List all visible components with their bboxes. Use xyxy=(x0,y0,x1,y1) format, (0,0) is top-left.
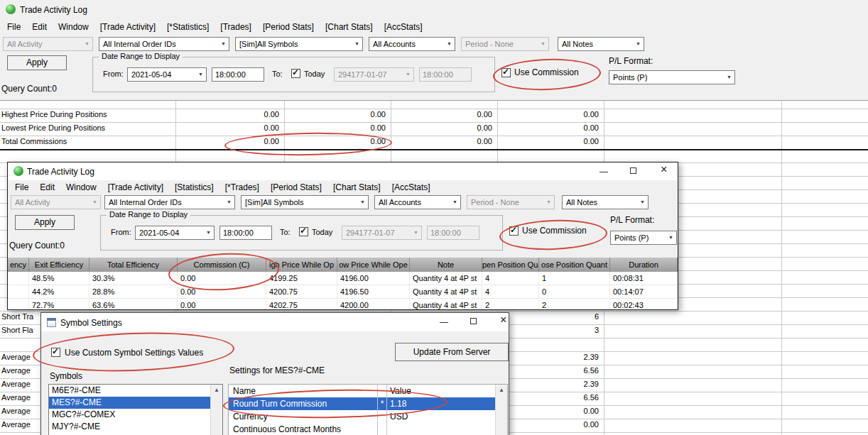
cell: 00:02:43 xyxy=(610,299,678,310)
table-row[interactable]: 72.7% 63.6% 0.00 4202.75 4200.00 Quantit… xyxy=(8,299,678,310)
period-filter-combo[interactable]: Period - None xyxy=(461,37,549,51)
notes-filter-combo[interactable]: All Notes xyxy=(558,37,644,51)
close-button[interactable] xyxy=(496,315,509,329)
cell: 4 xyxy=(482,285,539,299)
table-row[interactable]: 44.2% 28.8% 0.00 4200.75 4196.50 Quantit… xyxy=(8,285,678,299)
to-time-field[interactable]: 18:00:00 xyxy=(419,67,472,82)
stats-row-label: Average xyxy=(1,364,31,378)
symbol-list-item[interactable]: MGC?#-COMEX xyxy=(49,409,211,421)
pl-format-combo[interactable]: Points (P) xyxy=(610,231,677,245)
table-row[interactable]: 48.5% 30.3% 0.00 4199.25 4196.00 Quantit… xyxy=(8,272,678,285)
today-checkbox[interactable] xyxy=(291,69,300,78)
activity-filter-combo[interactable]: All Activity xyxy=(3,37,93,51)
stats-row[interactable]: Highest Price During Positions 0.00 0.00… xyxy=(0,108,868,121)
date-range-group-label: Date Range to Display xyxy=(107,210,190,219)
stats-value: 6.56 xyxy=(503,364,602,378)
to-date-combo[interactable]: 294177-01-07 xyxy=(342,226,422,240)
stats-row-label: Average xyxy=(1,418,31,431)
stats-row[interactable]: Total Commissions 0.00 0.00 0.00 0.00 xyxy=(0,135,868,148)
from-time-field[interactable]: 18:00:00 xyxy=(219,226,272,240)
cell: 0.00 xyxy=(178,299,266,310)
stats-value: 0.00 xyxy=(183,108,283,121)
from-label: From: xyxy=(111,228,131,236)
close-button[interactable] xyxy=(656,165,672,178)
setting-modified-flag xyxy=(378,423,387,435)
symbols-filter-combo[interactable]: [Sim]All Symbols xyxy=(241,195,369,209)
menu-trade-activity[interactable]: [Trade Activity] xyxy=(102,181,169,194)
menu-statistics[interactable]: [Statistics] xyxy=(169,181,219,194)
today-label: Today xyxy=(304,70,325,78)
stats-value: 0.00 xyxy=(503,135,602,148)
column-header[interactable]: ency xyxy=(8,258,29,272)
column-header[interactable]: ow Price While Ope xyxy=(337,258,410,272)
symbol-list-item-selected[interactable]: MES?#-CME xyxy=(49,397,211,409)
period-filter-combo[interactable]: Period - None xyxy=(467,195,555,209)
column-header[interactable]: pen Position Quant xyxy=(482,258,539,272)
column-header[interactable]: ose Position Quant xyxy=(539,258,610,272)
to-time-field[interactable]: 18:00:00 xyxy=(427,226,479,240)
menu-accstats[interactable]: [AccStats] xyxy=(379,21,428,33)
date-range-group: Date Range to Display From: 2021-05-04 1… xyxy=(100,215,503,250)
from-date-combo[interactable]: 2021-05-04 xyxy=(135,226,215,240)
menu-chart-stats[interactable]: [Chart Stats] xyxy=(327,181,386,194)
menu-accstats[interactable]: [AccStats] xyxy=(386,181,436,194)
vertical-scrollbar[interactable] xyxy=(210,385,222,435)
menu-statistics[interactable]: [*Statistics] xyxy=(161,21,215,33)
apply-button[interactable]: Apply xyxy=(7,55,67,70)
activity-filter-combo[interactable]: All Activity xyxy=(11,195,101,209)
menu-period-stats[interactable]: [Period Stats] xyxy=(265,181,327,194)
stats-value: 0.00 xyxy=(396,108,496,121)
minimize-button[interactable] xyxy=(436,315,452,329)
menu-chart-stats[interactable]: [Chart Stats] xyxy=(320,21,379,33)
title-bar[interactable]: Symbol Settings xyxy=(41,313,509,331)
notes-filter-combo[interactable]: All Notes xyxy=(562,195,649,209)
minimize-button[interactable] xyxy=(596,165,612,178)
to-label: To: xyxy=(280,228,291,236)
menu-window[interactable]: Window xyxy=(60,181,102,194)
symbol-list-item[interactable]: M6E?#-CME xyxy=(49,385,211,397)
update-from-server-button[interactable]: Update From Server xyxy=(395,343,509,361)
column-header[interactable]: Duration xyxy=(610,258,678,272)
maximize-button[interactable] xyxy=(466,315,482,329)
accounts-filter-combo[interactable]: All Accounts xyxy=(374,195,461,209)
stats-value: 0.00 xyxy=(503,121,602,135)
menu-file[interactable]: File xyxy=(9,181,34,194)
menu-trades[interactable]: [*Trades] xyxy=(219,181,265,194)
cell: 72.7% xyxy=(29,299,89,310)
from-time-field[interactable]: 18:00:00 xyxy=(212,67,264,82)
menu-edit[interactable]: Edit xyxy=(34,181,60,194)
title-bar[interactable]: Trade Activity Log xyxy=(8,163,678,180)
stats-value: 0.00 xyxy=(396,121,496,135)
symbols-filter-combo[interactable]: [Sim]All Symbols xyxy=(235,37,363,51)
pl-format-combo[interactable]: Points (P) xyxy=(609,70,735,84)
column-header[interactable]: Exit Efficiency xyxy=(29,258,89,272)
order-ids-filter-combo[interactable]: All Internal Order IDs xyxy=(99,37,229,51)
maximize-button[interactable] xyxy=(626,165,641,178)
cell: Quantity 4 at 4P st xyxy=(410,299,482,310)
stats-row[interactable]: Lowest Price During Positions 0.00 0.00 … xyxy=(0,121,868,135)
menu-edit[interactable]: Edit xyxy=(26,21,53,33)
vertical-scrollbar[interactable] xyxy=(495,385,507,435)
accounts-filter-combo[interactable]: All Accounts xyxy=(369,37,455,51)
column-header[interactable]: Note xyxy=(410,258,482,272)
apply-button[interactable]: Apply xyxy=(15,215,75,230)
cell: 0 xyxy=(539,285,610,299)
menu-bar: File Edit Window [Trade Activity] [Stati… xyxy=(9,180,436,194)
menu-trades[interactable]: [Trades] xyxy=(215,21,257,33)
cell: 00:08:31 xyxy=(610,272,678,285)
to-date-combo[interactable]: 294177-01-07 xyxy=(334,67,414,82)
stats-row-label: Lowest Price During Positions xyxy=(1,121,105,135)
order-ids-filter-combo[interactable]: All Internal Order IDs xyxy=(104,195,235,209)
stats-row-label: Short Tra xyxy=(1,310,33,324)
setting-row-continuous-contract-months[interactable]: Continuous Contract Months xyxy=(229,423,497,435)
from-date-combo[interactable]: 2021-05-04 xyxy=(127,67,207,82)
today-checkbox[interactable] xyxy=(299,227,308,236)
menu-window[interactable]: Window xyxy=(53,21,94,33)
menu-file[interactable]: File xyxy=(1,21,26,33)
menu-trade-activity[interactable]: [Trade Activity] xyxy=(94,21,161,33)
column-header[interactable]: Total Efficiency xyxy=(89,258,178,272)
symbol-list-item[interactable]: MJY?#-CME xyxy=(49,421,211,433)
menu-period-stats[interactable]: [Period Stats] xyxy=(257,21,320,33)
cell xyxy=(8,299,29,310)
setting-name: Continuous Contract Months xyxy=(229,423,378,435)
